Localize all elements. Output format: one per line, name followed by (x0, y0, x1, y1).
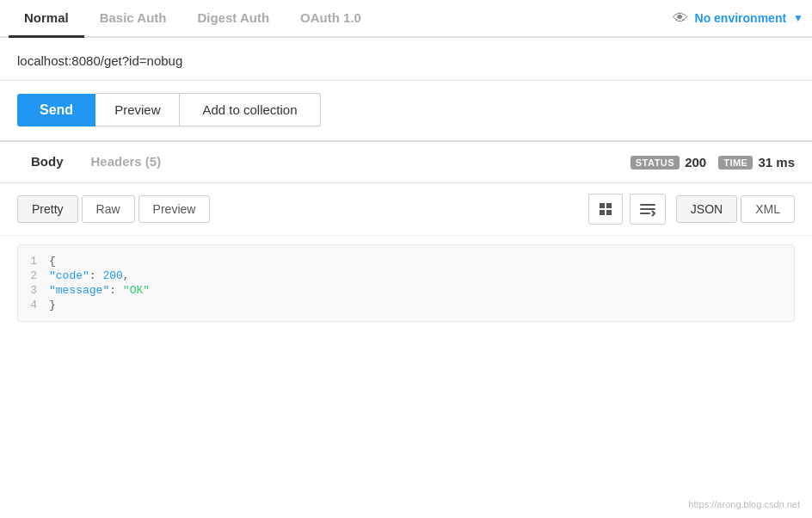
code-content: "message": "OK" (49, 284, 150, 297)
line-number: 4 (18, 299, 49, 311)
url-section (0, 38, 812, 81)
line-number: 1 (18, 255, 49, 268)
code-content: } (49, 299, 56, 311)
status-badge: STATUS 200 (631, 155, 706, 170)
code-line-4: 4 } (18, 298, 794, 312)
line-number: 3 (18, 284, 49, 297)
svg-rect-6 (640, 213, 650, 214)
tab-headers[interactable]: Headers (5) (77, 142, 175, 183)
wrap-icon-button[interactable] (630, 194, 666, 225)
svg-rect-1 (606, 203, 612, 208)
format-type-group: JSON XML (676, 195, 795, 223)
svg-rect-5 (640, 208, 655, 210)
response-tabs: Body Headers (5) STATUS 200 TIME 31 ms (0, 142, 812, 183)
status-section: STATUS 200 TIME 31 ms (631, 155, 795, 170)
status-value: 200 (685, 155, 706, 170)
pretty-button[interactable]: Pretty (17, 195, 78, 223)
tab-bar: Normal Basic Auth Digest Auth OAuth 1.0 … (0, 0, 812, 38)
fullscreen-icon-button[interactable] (588, 194, 623, 225)
code-viewer: 1 { 2 "code": 200, 3 "message": "OK" 4 } (17, 244, 795, 322)
svg-rect-2 (600, 210, 605, 215)
line-number: 2 (18, 269, 49, 282)
code-line-2: 2 "code": 200, (18, 268, 794, 283)
status-label: STATUS (631, 156, 680, 170)
wrap-icon (639, 201, 656, 217)
watermark: https://arong.blog.csdn.net (688, 499, 800, 509)
preview-button[interactable]: Preview (95, 93, 180, 126)
svg-rect-4 (640, 204, 655, 206)
format-bar: Pretty Raw Preview JSON XML (0, 183, 812, 236)
code-content: { (49, 255, 56, 268)
xml-button[interactable]: XML (741, 195, 795, 223)
svg-rect-0 (600, 203, 605, 208)
tab-oauth[interactable]: OAuth 1.0 (285, 0, 377, 38)
tab-body[interactable]: Body (17, 142, 77, 183)
preview-format-button[interactable]: Preview (138, 195, 211, 223)
time-label: TIME (718, 156, 753, 170)
environment-selector[interactable]: 👁 No environment ▼ (673, 9, 803, 28)
add-to-collection-button[interactable]: Add to collection (180, 93, 320, 126)
action-bar: Send Preview Add to collection (0, 81, 812, 142)
url-input[interactable] (17, 53, 795, 68)
code-content: "code": 200, (49, 269, 130, 282)
eye-icon: 👁 (673, 9, 688, 28)
code-line-3: 3 "message": "OK" (18, 283, 794, 298)
svg-rect-3 (606, 210, 612, 215)
time-badge: TIME 31 ms (718, 155, 795, 170)
tab-basic-auth[interactable]: Basic Auth (84, 0, 182, 38)
chevron-down-icon: ▼ (793, 12, 803, 24)
raw-button[interactable]: Raw (82, 195, 135, 223)
time-value: 31 ms (758, 155, 795, 170)
tab-normal[interactable]: Normal (9, 0, 84, 38)
json-button[interactable]: JSON (676, 195, 737, 223)
send-button[interactable]: Send (17, 94, 95, 126)
tab-digest-auth[interactable]: Digest Auth (181, 0, 285, 38)
code-line-1: 1 { (18, 254, 794, 268)
environment-label[interactable]: No environment (695, 11, 787, 25)
fullscreen-icon (598, 201, 613, 217)
